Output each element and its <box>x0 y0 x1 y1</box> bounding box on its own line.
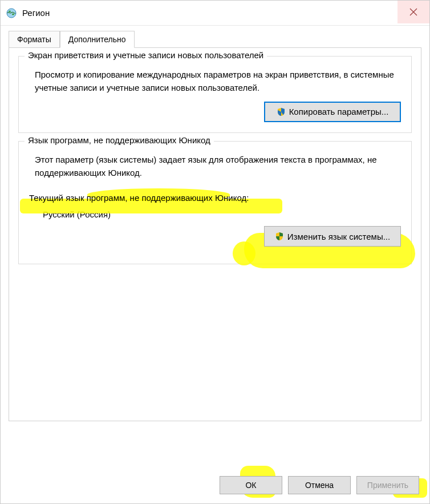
group-non-unicode-legend: Язык программ, не поддерживающих Юникод <box>25 135 214 145</box>
svg-point-1 <box>9 10 11 12</box>
shield-icon <box>277 107 286 116</box>
group-welcome-text: Просмотр и копирование международных пар… <box>35 68 401 95</box>
current-language-value: Русский (Россия) <box>43 209 401 219</box>
group-non-unicode: Язык программ, не поддерживающих Юникод … <box>18 141 412 265</box>
titlebar: Регион <box>1 1 429 26</box>
cancel-button[interactable]: Отмена <box>288 476 351 494</box>
copy-settings-button[interactable]: Копировать параметры... <box>264 102 401 122</box>
copy-settings-label: Копировать параметры... <box>289 107 389 116</box>
globe-icon <box>6 8 17 18</box>
window-title: Регион <box>22 8 50 18</box>
tab-strip: Форматы Дополнительно <box>1 26 429 47</box>
current-language-label: Текущий язык программ, не поддерживающих… <box>29 193 401 203</box>
group-non-unicode-text: Этот параметр (язык системы) задает язык… <box>35 153 401 180</box>
svg-point-2 <box>12 13 14 15</box>
group-welcome-screen: Экран приветствия и учетные записи новых… <box>18 56 412 133</box>
tab-panel-advanced: Экран приветствия и учетные записи новых… <box>9 47 421 421</box>
region-dialog: Регион Форматы Дополнительно Экран приве… <box>0 0 430 504</box>
tab-advanced[interactable]: Дополнительно <box>60 31 135 48</box>
group-welcome-legend: Экран приветствия и учетные записи новых… <box>25 50 267 60</box>
tab-formats[interactable]: Форматы <box>9 31 60 48</box>
shield-icon <box>275 232 284 241</box>
close-icon <box>409 8 417 16</box>
apply-button[interactable]: Применить <box>356 476 419 494</box>
dialog-button-row: ОК Отмена Применить <box>220 476 419 494</box>
ok-button[interactable]: ОК <box>220 476 282 494</box>
close-button[interactable] <box>397 1 429 23</box>
change-system-locale-button[interactable]: Изменить язык системы... <box>264 226 401 247</box>
change-system-locale-label: Изменить язык системы... <box>287 232 390 241</box>
